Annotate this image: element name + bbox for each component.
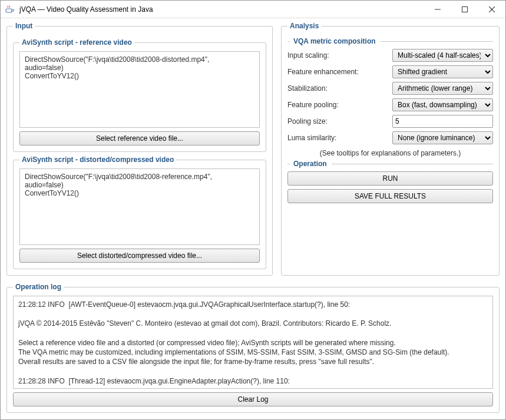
window-controls <box>424 1 505 18</box>
select-distorted-button[interactable]: Select distorted/compressed video file..… <box>19 249 260 263</box>
input-scaling-select[interactable]: Multi-scaled (4 half-scales) <box>392 49 493 62</box>
select-reference-button[interactable]: Select reference video file... <box>19 131 260 145</box>
minimize-button[interactable] <box>424 1 451 18</box>
feature-pooling-select[interactable]: Box (fast, downsampling) <box>392 98 493 111</box>
save-results-button[interactable]: SAVE FULL RESULTS <box>287 189 493 203</box>
log-fieldset: Operation log 21:28:12 INFO [AWT-EventQu… <box>6 283 500 413</box>
input-legend: Input <box>13 22 35 30</box>
maximize-icon <box>462 6 468 12</box>
pooling-size-input[interactable] <box>392 115 493 128</box>
param-stabilization: Stabilization: Arithmetic (lower range) <box>287 82 493 95</box>
luma-similarity-select[interactable]: None (ignore luminance) <box>392 131 493 144</box>
param-feature-pooling: Feature pooling: Box (fast, downsampling… <box>287 98 493 111</box>
reference-fieldset: AviSynth script - reference video Direct… <box>13 38 266 152</box>
feature-pooling-label: Feature pooling: <box>287 101 392 109</box>
operation-legend: Operation <box>287 160 493 168</box>
feature-enhancement-label: Feature enhancement: <box>287 68 392 76</box>
distorted-legend: AviSynth script - distorted/compressed v… <box>19 156 176 164</box>
reference-legend: AviSynth script - reference video <box>19 38 134 47</box>
run-button[interactable]: RUN <box>287 171 493 186</box>
close-icon <box>489 6 495 12</box>
svg-rect-2 <box>462 6 468 12</box>
titlebar: jVQA — Video Quality Assessment in Java <box>1 1 505 18</box>
input-fieldset: Input AviSynth script - reference video … <box>6 22 273 276</box>
parameters-hint: (See tooltips for explanations of parame… <box>287 149 493 157</box>
distorted-script-textarea[interactable]: DirectShowSource("F:\jvqa\tid2008\tid200… <box>19 168 260 245</box>
param-pooling-size: Pooling size: <box>287 115 493 128</box>
content-area: Input AviSynth script - reference video … <box>1 18 505 419</box>
param-luma-similarity: Luma similarity: None (ignore luminance) <box>287 131 493 144</box>
analysis-fieldset: Analysis VQA metric composition Input sc… <box>281 22 500 276</box>
luma-similarity-label: Luma similarity: <box>287 134 392 142</box>
java-app-icon <box>5 5 15 14</box>
vqa-composition-legend: VQA metric composition <box>287 37 493 45</box>
param-input-scaling: Input scaling: Multi-scaled (4 half-scal… <box>287 49 493 62</box>
stabilization-label: Stabilization: <box>287 84 392 92</box>
clear-log-button[interactable]: Clear Log <box>13 392 493 406</box>
svg-rect-0 <box>6 9 12 12</box>
app-window: jVQA — Video Quality Assessment in Java … <box>0 0 506 420</box>
log-textarea[interactable]: 21:28:12 INFO [AWT-EventQueue-0] estevao… <box>13 296 493 389</box>
window-title: jVQA — Video Quality Assessment in Java <box>19 5 424 14</box>
reference-script-textarea[interactable]: DirectShowSource("F:\jvqa\tid2008\tid200… <box>19 51 260 128</box>
log-legend: Operation log <box>13 283 64 291</box>
maximize-button[interactable] <box>451 1 478 18</box>
param-feature-enhancement: Feature enhancement: Shifted gradient <box>287 65 493 78</box>
input-scaling-label: Input scaling: <box>287 51 392 59</box>
stabilization-select[interactable]: Arithmetic (lower range) <box>392 82 493 95</box>
minimize-icon <box>435 6 441 12</box>
analysis-legend: Analysis <box>287 22 321 30</box>
distorted-fieldset: AviSynth script - distorted/compressed v… <box>13 156 266 269</box>
pooling-size-label: Pooling size: <box>287 117 392 125</box>
top-row: Input AviSynth script - reference video … <box>6 22 500 276</box>
close-button[interactable] <box>478 1 505 18</box>
feature-enhancement-select[interactable]: Shifted gradient <box>392 65 493 78</box>
